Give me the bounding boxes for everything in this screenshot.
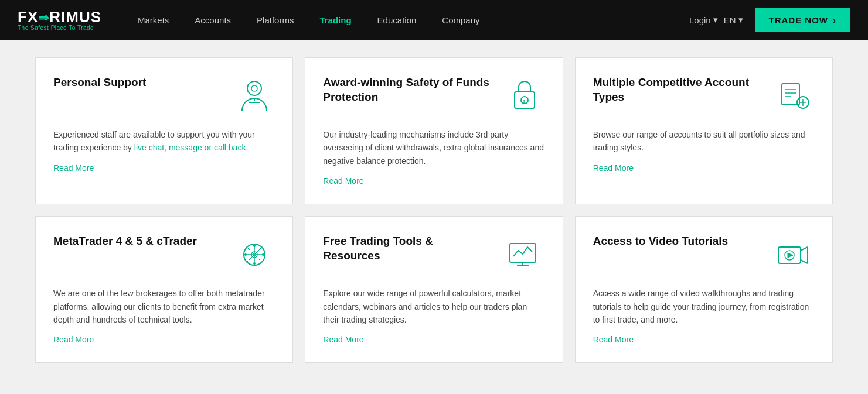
nav-education[interactable]: Education	[365, 0, 430, 40]
video-tutorials-icon	[774, 234, 815, 275]
read-more-video-tutorials[interactable]: Read More	[593, 335, 634, 344]
card-header: Access to Video Tutorials	[593, 234, 815, 275]
nav-platforms[interactable]: Platforms	[244, 0, 307, 40]
card-header: Award-winning Safety of Funds Protection…	[323, 76, 544, 117]
nav-links: Markets Accounts Platforms Trading Educa…	[125, 0, 689, 40]
card-video-tutorials: Access to Video Tutorials Access a wide …	[575, 216, 833, 363]
cards-row-1: Personal Support Experienced staff are a…	[35, 57, 833, 204]
card-desc: Experienced staff are available to suppo…	[53, 128, 275, 155]
card-metatrader: MetaTrader 4 & 5 & cTrader We are one of…	[35, 216, 293, 363]
card-title: Award-winning Safety of Funds Protection	[323, 76, 489, 104]
svg-point-21	[253, 262, 256, 265]
trade-now-arrow-icon: ›	[833, 15, 836, 25]
card-title: Access to Video Tutorials	[593, 234, 729, 249]
card-trading-tools: Free Trading Tools & Resources Explore o…	[305, 216, 563, 363]
safety-funds-icon: $	[504, 76, 545, 117]
trade-now-button[interactable]: TRADE NOW ›	[755, 8, 851, 32]
nav-right: Login EN TRADE NOW ›	[689, 8, 850, 32]
card-header: MetaTrader 4 & 5 & cTrader	[53, 234, 275, 275]
svg-line-31	[801, 247, 808, 251]
card-desc: Browse our range of accounts to suit all…	[593, 128, 815, 155]
card-desc: We are one of the few brokerages to offe…	[53, 287, 275, 326]
svg-point-1	[251, 85, 257, 91]
main-content: Personal Support Experienced staff are a…	[0, 40, 868, 392]
card-account-types: Multiple Competitive Account Types Brows…	[575, 57, 833, 204]
card-desc: Explore our wide range of powerful calcu…	[323, 287, 544, 326]
card-header: Multiple Competitive Account Types	[593, 76, 815, 117]
nav-accounts[interactable]: Accounts	[182, 0, 244, 40]
read-more-personal-support[interactable]: Read More	[53, 163, 94, 173]
svg-point-22	[244, 253, 247, 256]
read-more-trading-tools[interactable]: Read More	[323, 335, 363, 344]
card-header: Personal Support	[53, 76, 275, 117]
card-title: Personal Support	[53, 76, 146, 90]
login-chevron-icon	[713, 15, 718, 25]
card-title: Multiple Competitive Account Types	[593, 76, 760, 104]
svg-point-23	[262, 253, 264, 256]
card-title: Free Trading Tools & Resources	[323, 234, 489, 263]
cards-row-2: MetaTrader 4 & 5 & cTrader We are one of…	[35, 216, 833, 363]
read-more-metatrader[interactable]: Read More	[53, 335, 94, 344]
trading-tools-icon	[504, 234, 545, 275]
card-desc: Access a wide range of video walkthrough…	[593, 287, 815, 326]
card-desc: Our industry-leading mechanisms include …	[323, 128, 544, 167]
svg-point-20	[253, 245, 256, 247]
card-header: Free Trading Tools & Resources	[323, 234, 544, 275]
metatrader-icon	[234, 234, 275, 275]
nav-markets[interactable]: Markets	[125, 0, 182, 40]
logo-fx: FX	[18, 8, 38, 26]
svg-text:$: $	[523, 99, 526, 104]
svg-line-32	[801, 260, 808, 263]
svg-rect-24	[510, 244, 536, 262]
nav-trading[interactable]: Trading	[307, 0, 364, 40]
card-title: MetaTrader 4 & 5 & cTrader	[53, 234, 197, 249]
logo-tagline: The Safest Place To Trade	[18, 25, 101, 31]
lang-chevron-icon	[738, 15, 743, 25]
card-personal-support: Personal Support Experienced staff are a…	[35, 57, 293, 204]
login-button[interactable]: Login	[689, 15, 718, 25]
nav-company[interactable]: Company	[429, 0, 492, 40]
svg-point-0	[247, 81, 261, 95]
account-types-icon	[774, 76, 815, 117]
language-selector[interactable]: EN	[724, 15, 743, 25]
logo[interactable]: FX⇒RIMUS The Safest Place To Trade	[18, 9, 101, 31]
live-chat-link[interactable]: live chat, message or call back.	[134, 143, 249, 152]
read-more-safety-funds[interactable]: Read More	[323, 176, 363, 186]
personal-support-icon	[234, 76, 275, 117]
svg-marker-30	[788, 253, 793, 258]
card-safety-funds: Award-winning Safety of Funds Protection…	[305, 57, 563, 204]
read-more-account-types[interactable]: Read More	[593, 163, 634, 173]
